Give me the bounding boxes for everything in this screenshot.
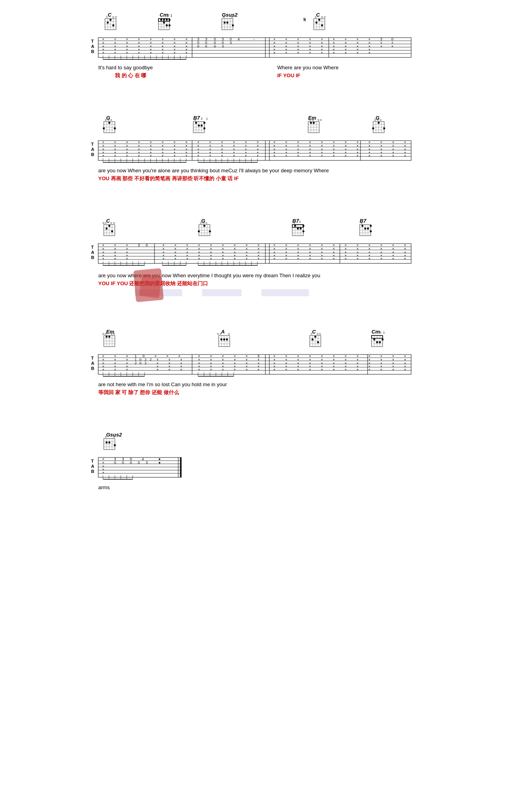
svg-text:×: ×: [138, 154, 140, 158]
svg-text:3: 3: [230, 41, 232, 45]
svg-point-713: [382, 339, 384, 341]
svg-text:●: ●: [158, 461, 160, 465]
svg-point-225: [198, 125, 200, 127]
svg-text:×: ×: [297, 368, 299, 372]
svg-text:o: o: [374, 118, 376, 121]
svg-text:0: 0: [122, 461, 124, 465]
svg-text:arms: arms: [98, 484, 110, 490]
section-5: Gsus2 o o T A B: [83, 428, 424, 507]
svg-text:o: o: [108, 118, 109, 121]
svg-text:o: o: [200, 221, 202, 224]
svg-point-40: [224, 22, 226, 24]
svg-point-710: [374, 339, 375, 341]
svg-text:o: o: [111, 332, 112, 335]
svg-text:×: ×: [356, 368, 358, 372]
svg-text:×: ×: [186, 257, 188, 261]
page-container: C x o o Cm 3 1: [83, 0, 424, 527]
svg-text:×: ×: [233, 154, 235, 158]
svg-text:×: ×: [210, 368, 212, 372]
svg-point-42: [232, 25, 234, 27]
svg-text:0: 0: [214, 44, 216, 48]
svg-point-440: [106, 228, 108, 230]
svg-point-10: [112, 25, 114, 27]
svg-point-208: [103, 128, 105, 130]
svg-point-487: [370, 225, 372, 227]
svg-text:×: ×: [380, 154, 382, 158]
svg-text:o: o: [320, 118, 322, 121]
svg-text:×: ×: [245, 154, 247, 158]
svg-point-226: [201, 125, 203, 127]
svg-point-28: [163, 22, 165, 24]
svg-text:×: ×: [392, 154, 394, 158]
svg-text:×: ×: [257, 154, 259, 158]
svg-point-712: [379, 341, 381, 343]
svg-text:×: ×: [333, 257, 335, 261]
svg-text:A: A: [91, 250, 94, 255]
svg-text:×: ×: [356, 51, 358, 55]
svg-text:×: ×: [380, 44, 382, 48]
svg-text:×: ×: [309, 368, 311, 372]
svg-text:o: o: [111, 118, 112, 121]
svg-text:×: ×: [198, 257, 200, 261]
svg-text:×: ×: [174, 257, 176, 261]
section-2: G o o o B7 2 1: [83, 111, 424, 202]
svg-point-25: [163, 19, 165, 21]
svg-text:B: B: [91, 49, 94, 54]
svg-text:C: C: [106, 218, 110, 224]
svg-rect-261: [98, 141, 411, 160]
svg-text:A: A: [91, 464, 94, 469]
svg-text:2: 2: [145, 361, 147, 365]
svg-point-484: [362, 225, 364, 227]
svg-text:o: o: [312, 118, 314, 121]
svg-text:1: 1: [299, 220, 301, 223]
svg-text:Cm: Cm: [372, 329, 380, 335]
section-1: C x o o Cm 3 1: [83, 8, 424, 99]
svg-point-26: [166, 19, 168, 21]
svg-text:×: ×: [321, 154, 323, 158]
svg-text:2: 2: [135, 361, 137, 365]
svg-text:×: ×: [185, 154, 187, 158]
svg-text:×: ×: [404, 154, 406, 158]
svg-point-41: [227, 22, 229, 24]
svg-point-470: [297, 228, 299, 230]
svg-text:×: ×: [150, 51, 152, 55]
svg-text:YOU             再画 那些 不好看的简笔画 : YOU 再画 那些 不好看的简笔画 再讲那些 听不懂的 小童 话 IF: [98, 175, 239, 181]
svg-text:×: ×: [297, 51, 299, 55]
svg-point-681: [226, 339, 228, 341]
svg-point-224: [195, 122, 197, 124]
svg-text:×: ×: [257, 257, 259, 261]
svg-text:3: 3: [146, 461, 148, 465]
svg-point-454: [198, 231, 200, 233]
section-4-svg: Em o o o o A x o: [83, 325, 424, 416]
svg-point-711: [376, 341, 378, 343]
svg-text:B: B: [91, 255, 94, 260]
svg-text:-: -: [254, 37, 255, 41]
svg-point-239: [313, 122, 315, 124]
svg-text:T: T: [91, 356, 94, 360]
svg-text:×: ×: [273, 51, 275, 55]
svg-point-439: [109, 225, 111, 227]
svg-text:×: ×: [368, 51, 370, 55]
svg-text:It's hard to say goodbye: It's hard to say goodbye: [98, 65, 153, 71]
svg-text:3: 3: [379, 331, 381, 334]
svg-text:o: o: [203, 221, 204, 224]
svg-text:T: T: [91, 39, 94, 44]
svg-point-694: [312, 339, 314, 341]
svg-point-56: [321, 25, 323, 27]
svg-point-9: [107, 22, 109, 24]
svg-text:×: ×: [309, 257, 311, 261]
section-3: C x o o o G o: [83, 214, 424, 313]
svg-text:are you now  When you're alone: are you now When you're alone are you th…: [98, 168, 329, 173]
svg-point-238: [310, 122, 312, 124]
svg-text:×: ×: [102, 154, 104, 158]
svg-text:×: ×: [380, 368, 382, 372]
svg-text:T: T: [91, 459, 94, 463]
svg-text:×: ×: [114, 257, 116, 261]
svg-text:o: o: [318, 118, 319, 121]
svg-text:4: 4: [142, 457, 144, 461]
svg-text:A: A: [91, 44, 94, 49]
svg-point-55: [316, 22, 318, 24]
svg-point-485: [364, 228, 366, 230]
svg-text:0: 0: [205, 44, 207, 48]
svg-text:×: ×: [309, 51, 311, 55]
